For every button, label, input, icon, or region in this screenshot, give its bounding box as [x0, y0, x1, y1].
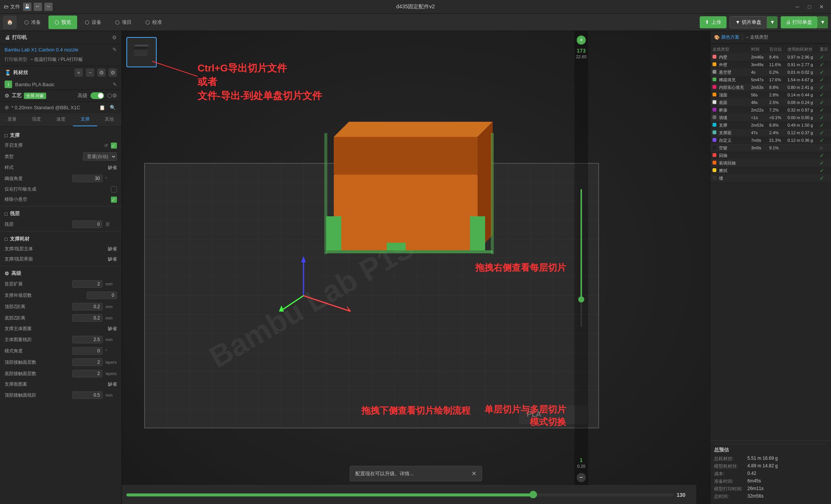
layer-number: 130	[677, 492, 692, 498]
layer-minus-button[interactable]: −	[577, 473, 586, 482]
svg-rect-44	[326, 250, 493, 253]
home-tab[interactable]: 🏠	[3, 16, 17, 29]
svg-rect-43	[387, 243, 406, 250]
tab-speed[interactable]: 速度	[48, 113, 73, 126]
rp-header: 🎨 颜色方案 ~ 走线类型	[710, 31, 831, 44]
nav-tab-prepare[interactable]: ⬡ 准备	[18, 16, 47, 29]
stats-row: 支撑 2m53s 8.8% 0.49 m 1.50 g ✓	[710, 121, 831, 129]
right-panel: 🎨 颜色方案 ~ 走线类型 走线类型 时间 百分比 使用的耗材丝 显示	[710, 31, 831, 504]
top-contact-layers-input[interactable]	[72, 358, 103, 366]
stats-row: 装填回抽 ✓	[710, 159, 831, 167]
process-badge[interactable]: 全局 对象	[24, 93, 46, 99]
process-section-header: ⚙ 工艺 全局 对象 高级 ⬡⚙	[0, 90, 121, 101]
svg-rect-45	[324, 133, 327, 254]
only-on-plate-checkbox[interactable]	[111, 186, 117, 192]
support-material-group[interactable]: □ 支撑耗材	[0, 233, 121, 244]
support-wall-layers-input[interactable]	[87, 292, 117, 299]
only-on-plate-row: 仅在打印板生成	[0, 184, 121, 194]
raft-layer-row: 筏层 层	[0, 219, 121, 230]
stats-row: 空驶 3m0s 9.1% ○	[710, 144, 831, 152]
type-row: 类型 普通(自动)	[0, 150, 121, 163]
stats-row: 悬空壁 4s 0.2% 0.01 m 0.02 g ✓	[710, 68, 831, 76]
printer-name[interactable]: Bambu Lab X1 Carbon 0.4 nozzle ✎	[0, 44, 121, 55]
support-base-row: 支撑/筏层主体 缺省	[0, 244, 121, 254]
nav-tab-project[interactable]: ⬡ 项目	[109, 16, 138, 29]
plate-type-row: 打印板类型 ~ 低温打印板 / PLA打印板	[0, 55, 121, 66]
type-select[interactable]: 普通(自动)	[83, 152, 117, 161]
walk-type-button[interactable]: ~ 走线类型	[746, 34, 768, 40]
close-button[interactable]: ✕	[817, 3, 826, 11]
stats-row: 底面 48s 2.5% 0.08 m 0.24 g ✓	[710, 99, 831, 106]
raft-group[interactable]: □ 筏层	[0, 208, 121, 219]
menu-file[interactable]: 🗁 文件	[4, 3, 20, 10]
threshold-input[interactable]	[72, 175, 103, 182]
tab-strength[interactable]: 强度	[24, 113, 48, 126]
tab-quality[interactable]: 质量	[0, 113, 24, 126]
bottom-z-input[interactable]	[72, 314, 103, 322]
nav-tab-calibrate[interactable]: ⬡ 校准	[139, 16, 168, 29]
printer-settings-icon[interactable]: ⚙	[112, 34, 117, 40]
model-angle-row: 模式角度 °	[0, 345, 121, 357]
layer-top-sub: 22.60	[576, 54, 587, 59]
print-chevron[interactable]: ▼	[817, 16, 828, 28]
top-contact-interface-row: 顶部接触面线距 mm	[0, 389, 121, 401]
nav-tab-device[interactable]: ⬡ 设备	[79, 16, 107, 29]
minimize-button[interactable]: ─	[792, 3, 802, 11]
stats-row: 顶面 56s 2.8% 0.14 m 0.44 g ✓	[710, 91, 831, 99]
stats-row: 内壁 2m46s 8.4% 0.97 m 2.96 g ✓	[710, 53, 831, 61]
bottom-contact-layers-input[interactable]	[72, 370, 103, 377]
support-group[interactable]: □ 支撑	[0, 130, 121, 140]
notification-close-button[interactable]: ✕	[472, 470, 476, 477]
enable-support-row: 开启支撑 ↺ ✓	[0, 140, 121, 150]
tab-other[interactable]: 其他	[97, 113, 121, 126]
add-material-button[interactable]: +	[75, 68, 83, 77]
process-icons[interactable]: ⬡⚙	[107, 92, 117, 99]
material-gear-icon[interactable]: ⚙	[109, 68, 117, 77]
save-button[interactable]: 💾	[23, 3, 31, 11]
top-contact-interface-input[interactable]	[72, 391, 103, 399]
advanced-toggle[interactable]	[90, 92, 104, 99]
undo-button[interactable]: ↩	[34, 3, 42, 11]
redo-button[interactable]: ↪	[44, 3, 53, 11]
annotation-drag-right: 拖拽右侧查看每层切片	[475, 261, 566, 274]
pattern-spacing-input[interactable]	[72, 336, 103, 343]
profile-copy-icon[interactable]: 📋	[98, 103, 106, 112]
first-layer-expand-input[interactable]	[72, 280, 103, 288]
enable-support-checkbox[interactable]: ✓	[111, 143, 117, 149]
raft-layer-input[interactable]	[72, 220, 103, 228]
remove-material-button[interactable]: −	[86, 68, 94, 77]
annotation-ctrl-g: Ctrl+G导出切片文件或者文件-导出-到处单盘切片文件	[198, 61, 322, 102]
printer-edit-icon[interactable]: ✎	[112, 47, 117, 53]
maximize-button[interactable]: □	[805, 3, 814, 11]
remove-small-row: 移除小悬空 ✓	[0, 194, 121, 205]
layer-add-button[interactable]: +	[577, 36, 586, 45]
slice-button[interactable]: ▼ 切片单盘	[730, 16, 767, 28]
stats-row: 内部实心填充 2m53s 8.8% 0.80 m 2.41 g ✓	[710, 84, 831, 91]
svg-marker-39	[334, 122, 493, 137]
enable-support-refresh[interactable]: ↺	[104, 143, 108, 148]
stats-table-container: 走线类型 时间 百分比 使用的耗材丝 显示 内壁 2m46s 8.4% 0.97…	[710, 44, 831, 440]
model-thumbnail[interactable]	[126, 37, 157, 67]
material-settings-icon[interactable]: ⚙	[97, 68, 106, 77]
support-wall-layers-row: 支撑外墙层数	[0, 290, 121, 301]
color-scheme-button[interactable]: 🎨 颜色方案	[714, 34, 739, 40]
model-angle-input[interactable]	[72, 347, 103, 355]
remove-small-checkbox[interactable]: ✓	[111, 197, 117, 203]
param-tabs: 质量 强度 速度 支撑 其他	[0, 113, 121, 127]
upload-button[interactable]: ⬆ 上传	[700, 16, 727, 28]
stats-row: 回抽 ✓	[710, 152, 831, 159]
material-number: 1	[5, 81, 12, 88]
profile-search-icon[interactable]: 🔍	[109, 103, 117, 112]
stats-row: 外壁 3m49s 11.6% 0.91 m 2.77 g ✓	[710, 61, 831, 68]
layer-top-value: 173	[577, 48, 585, 54]
print-button[interactable]: 🖨 打印单盘	[781, 16, 817, 28]
viewport[interactable]: Bambu Lab P1S PLA	[122, 31, 710, 504]
slice-chevron[interactable]: ▼	[767, 16, 778, 28]
window-title: d435固定配件v2	[396, 3, 435, 10]
tab-support[interactable]: 支撑	[73, 113, 97, 126]
material-edit-icon[interactable]: ✎	[113, 82, 117, 87]
first-layer-expand-row: 首层扩展 mm	[0, 278, 121, 290]
top-z-input[interactable]	[72, 303, 103, 310]
advanced-group[interactable]: ⚙ 高级	[0, 268, 121, 278]
nav-tab-preview[interactable]: ⬡ 预览	[48, 16, 77, 29]
